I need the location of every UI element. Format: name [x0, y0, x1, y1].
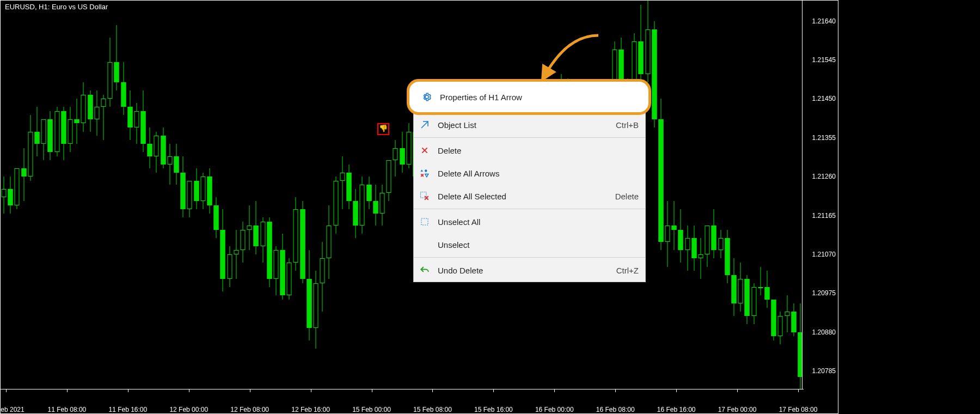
- menu-separator: [414, 209, 645, 209]
- time-tick-label: 15 Feb 08:00: [413, 406, 452, 413]
- time-tick-label: 15 Feb 16:00: [474, 406, 513, 413]
- price-tick-label: 1.21640: [812, 17, 836, 25]
- time-tick: [311, 389, 311, 392]
- object-list-icon: [419, 119, 430, 130]
- time-tick: [250, 389, 250, 392]
- chart-window[interactable]: EURUSD, H1: Euro vs US Dollar 👎 1.216401…: [0, 0, 838, 414]
- time-tick: [189, 389, 189, 392]
- menu-delete-all-arrows[interactable]: Delete All Arrows: [414, 162, 645, 185]
- menu-separator: [414, 137, 645, 138]
- gear-icon: [421, 92, 432, 102]
- time-tick: [432, 389, 433, 392]
- time-tick-label: 11 Feb 08:00: [48, 406, 87, 413]
- unselect-all-icon: [419, 216, 430, 227]
- time-tick-label: 12 Feb 16:00: [291, 406, 330, 413]
- menu-unselect-label: Unselect: [438, 240, 639, 249]
- price-tick-label: 1.20975: [812, 289, 836, 297]
- menu-delete-all-selected-shortcut: Delete: [615, 192, 639, 201]
- time-tick-label: 11 Feb 2021: [0, 406, 24, 413]
- price-tick-label: 1.21545: [812, 56, 836, 64]
- svg-point-0: [425, 169, 427, 172]
- menu-delete-all-selected-label: Delete All Selected: [438, 192, 609, 201]
- arrow-marker-thumbs-down[interactable]: 👎: [377, 123, 389, 135]
- time-tick: [128, 389, 128, 392]
- time-tick: [676, 389, 677, 392]
- price-tick-label: 1.21165: [812, 212, 836, 220]
- delete-icon: [419, 145, 430, 156]
- price-tick-label: 1.21070: [812, 251, 836, 258]
- selection-delete-icon: [419, 191, 430, 202]
- time-tick-label: 17 Feb 00:00: [718, 406, 757, 413]
- candle-area[interactable]: 👎: [1, 1, 804, 389]
- time-axis: 11 Feb 202111 Feb 08:0011 Feb 16:0012 Fe…: [1, 389, 804, 413]
- menu-delete-label: Delete: [438, 146, 639, 155]
- menu-unselect[interactable]: Unselect: [414, 233, 645, 256]
- menu-undo-delete[interactable]: Undo Delete Ctrl+Z: [414, 259, 645, 282]
- time-tick-label: 12 Feb 08:00: [230, 406, 269, 413]
- time-tick: [372, 389, 372, 392]
- price-tick-label: 1.21260: [812, 173, 836, 180]
- price-tick-label: 1.21355: [812, 134, 836, 142]
- time-tick-label: 15 Feb 00:00: [352, 406, 391, 413]
- menu-undo-delete-shortcut: Ctrl+Z: [616, 266, 639, 275]
- menu-object-list-shortcut: Ctrl+B: [616, 120, 639, 130]
- time-tick: [798, 389, 799, 392]
- time-tick: [493, 389, 494, 392]
- chart-title: EURUSD, H1: Euro vs US Dollar: [5, 3, 108, 11]
- time-tick: [554, 389, 555, 392]
- context-menu: Object List Ctrl+B Delete Delete All Arr…: [413, 87, 646, 282]
- time-tick: [67, 389, 68, 392]
- menu-undo-delete-label: Undo Delete: [438, 266, 610, 275]
- time-tick-label: 11 Feb 16:00: [108, 406, 147, 413]
- menu-unselect-all[interactable]: Unselect All: [414, 210, 645, 233]
- menu-delete-all-arrows-label: Delete All Arrows: [438, 169, 639, 178]
- undo-icon: [419, 265, 430, 276]
- menu-delete[interactable]: Delete: [414, 139, 645, 162]
- blank-icon: [419, 239, 430, 250]
- price-axis: 1.216401.215451.214501.213551.212601.211…: [802, 1, 838, 389]
- menu-separator: [414, 257, 645, 258]
- menu-unselect-all-label: Unselect All: [438, 217, 639, 227]
- time-tick-label: 12 Feb 00:00: [169, 406, 208, 413]
- menu-properties-highlight[interactable]: Properties of H1 Arrow: [407, 79, 651, 115]
- time-tick: [737, 389, 738, 392]
- price-tick-label: 1.21450: [812, 95, 836, 102]
- time-tick: [615, 389, 616, 392]
- menu-properties-label: Properties of H1 Arrow: [440, 93, 522, 102]
- time-tick-label: 17 Feb 08:00: [779, 406, 818, 413]
- time-tick-label: 16 Feb 08:00: [596, 406, 635, 413]
- time-tick-label: 16 Feb 00:00: [535, 406, 574, 413]
- time-tick: [6, 389, 7, 392]
- menu-object-list[interactable]: Object List Ctrl+B: [414, 113, 645, 136]
- shapes-delete-icon: [419, 168, 430, 179]
- price-tick-label: 1.20785: [812, 367, 836, 375]
- svg-rect-2: [421, 218, 428, 225]
- menu-delete-all-selected[interactable]: Delete All Selected Delete: [414, 185, 645, 208]
- menu-object-list-label: Object List: [438, 120, 609, 130]
- price-tick-label: 1.20880: [812, 328, 836, 336]
- time-tick-label: 16 Feb 16:00: [657, 406, 696, 413]
